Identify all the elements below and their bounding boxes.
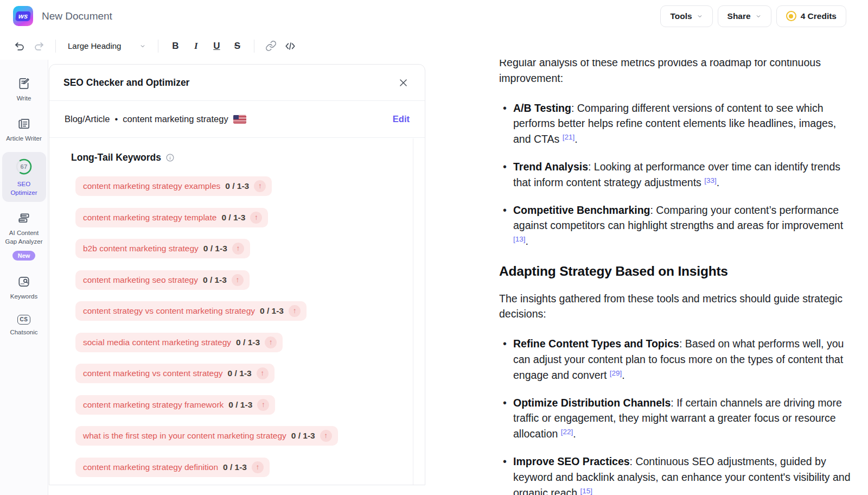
chevron-down-icon	[755, 13, 762, 20]
arrow-up-icon: ↑	[232, 274, 244, 286]
keyword-chip[interactable]: b2b content marketing strategy0 / 1-3↑	[75, 239, 250, 258]
bullet-marker: •	[503, 395, 507, 411]
arrow-up-icon: ↑	[257, 399, 269, 411]
new-badge: New	[12, 251, 36, 261]
doc-bullet-item: •Refine Content Types and Topics: Based …	[499, 336, 851, 383]
keyword-chip[interactable]: social media content marketing strategy0…	[75, 333, 283, 352]
seo-panel-header: SEO Checker and Optimizer	[49, 65, 425, 101]
editor-toolbar: Large Heading B I U S	[0, 32, 868, 60]
keyword-chip[interactable]: content marketing seo strategy0 / 1-3↑	[75, 270, 250, 290]
undo-icon	[14, 40, 25, 52]
credits-label: 4 Credits	[801, 11, 837, 21]
keyword-chip[interactable]: what is the first step in your content m…	[75, 426, 338, 446]
sidebar-item-article-writer[interactable]: Article Writer	[2, 112, 46, 148]
doc-bullet-item: •Optimize Distribution Channels: If cert…	[499, 395, 851, 442]
panel-scrollbar-track[interactable]	[413, 138, 413, 485]
document-title[interactable]: New Document	[42, 10, 112, 22]
keyword-chip[interactable]: content strategy vs content marketing st…	[75, 301, 307, 321]
doc-bullet-item: •Improve SEO Practices: Continuous SEO a…	[499, 454, 851, 495]
writesonic-logo[interactable]: ws	[13, 6, 33, 26]
close-button[interactable]	[395, 75, 411, 90]
keyword-chip[interactable]: content marketing strategy framework0 / …	[75, 395, 275, 415]
citation-link[interactable]: [15]	[580, 487, 593, 495]
code-button[interactable]	[282, 37, 299, 55]
keyword-chip-list: content marketing strategy examples0 / 1…	[75, 176, 425, 477]
coin-icon	[786, 11, 796, 21]
underline-button[interactable]: U	[207, 37, 226, 55]
link-icon	[265, 40, 277, 52]
keyword-text: content marketing strategy examples	[83, 181, 220, 191]
arrow-up-icon: ↑	[252, 461, 264, 473]
seo-panel-subheader: Blog/Article • content marketing strateg…	[49, 101, 425, 138]
doc-type-label: Blog/Article	[65, 114, 110, 124]
keyword-text: what is the first step in your content m…	[83, 431, 286, 441]
bold-button[interactable]: B	[166, 37, 184, 55]
chevron-down-icon	[697, 13, 703, 20]
bullet-bold-lead: Refine Content Types and Topics	[513, 338, 679, 350]
close-icon	[398, 78, 409, 88]
section-title: Long-Tail Keywords	[71, 152, 161, 163]
logo-ws-text: ws	[15, 11, 31, 21]
sidebar-item-keywords[interactable]: Keywords	[2, 270, 46, 306]
keyword-chip[interactable]: content marketing strategy template0 / 1…	[75, 208, 268, 227]
bullet-marker: •	[503, 159, 507, 175]
tools-button[interactable]: Tools	[660, 5, 712, 27]
share-button-label: Share	[727, 11, 751, 21]
keyword-usage-count: 0 / 1-3	[203, 275, 227, 285]
edit-link[interactable]: Edit	[393, 114, 410, 124]
bullet-marker: •	[503, 336, 507, 352]
citation-link[interactable]: [33]	[704, 176, 717, 185]
redo-button[interactable]	[30, 37, 48, 55]
sidebar-item-ai-content-gap-analyzer[interactable]: AI Content Gap Analyzer New	[2, 206, 46, 265]
text-style-value: Large Heading	[68, 41, 121, 50]
keyword-usage-count: 0 / 1-3	[260, 306, 284, 316]
arrow-up-icon: ↑	[232, 243, 244, 255]
credits-button[interactable]: 4 Credits	[776, 5, 846, 27]
keyword-usage-count: 0 / 1-3	[291, 431, 315, 441]
article-writer-icon	[17, 117, 31, 131]
info-icon[interactable]	[165, 153, 175, 162]
bullet-marker: •	[503, 454, 507, 469]
bullet-marker: •	[503, 100, 507, 116]
undo-button[interactable]	[11, 37, 28, 55]
seo-score-ring-icon: 67	[14, 157, 34, 176]
keywords-icon	[17, 275, 31, 289]
seo-checker-panel: SEO Checker and Optimizer Blog/Article •…	[49, 64, 425, 485]
italic-button[interactable]: I	[187, 37, 205, 55]
bullet-bold-lead: A/B Testing	[513, 102, 571, 114]
us-flag-icon	[233, 115, 246, 124]
doc-bullet-list: •A/B Testing: Comparing different versio…	[499, 100, 851, 249]
sidebar-item-seo-optimizer[interactable]: 67 SEO Optimizer	[2, 152, 46, 202]
citation-link[interactable]: [29]	[610, 369, 622, 377]
gap-analyzer-icon	[17, 211, 31, 225]
sidebar-item-write[interactable]: Write	[2, 72, 46, 107]
keyword-chip[interactable]: content marketing strategy definition0 /…	[75, 458, 270, 477]
keyword-usage-count: 0 / 1-3	[225, 181, 249, 191]
toolbar-divider	[254, 40, 254, 53]
keyword-usage-count: 0 / 1-3	[228, 400, 252, 410]
document-editor[interactable]: Regular analysis of these metrics provid…	[499, 60, 851, 495]
write-icon	[17, 77, 31, 91]
doc-bullet-item: •A/B Testing: Comparing different versio…	[499, 100, 851, 147]
keyword-chip[interactable]: content marketing vs content strategy0 /…	[75, 364, 275, 383]
keyword-text: content marketing seo strategy	[83, 275, 198, 285]
header-actions: Tools Share 4 Credits	[660, 5, 846, 27]
link-button[interactable]	[262, 37, 279, 55]
citation-link[interactable]: [22]	[561, 428, 573, 436]
long-tail-keywords-header: Long-Tail Keywords	[71, 152, 425, 163]
sidebar-item-label: AI Content Gap Analyzer	[5, 229, 43, 246]
doc-bullet-item: •Trend Analysis: Looking at performance …	[499, 159, 851, 191]
sidebar-item-chatsonic[interactable]: CS Chatsonic	[2, 310, 46, 341]
keyword-chip[interactable]: content marketing strategy examples0 / 1…	[75, 176, 272, 196]
sidebar-item-label: Article Writer	[6, 134, 42, 143]
share-button[interactable]: Share	[718, 5, 771, 27]
citation-link[interactable]: [13]	[513, 235, 526, 243]
keyword-text: content marketing vs content strategy	[83, 369, 223, 378]
keyword-text: b2b content marketing strategy	[83, 244, 199, 253]
citation-link[interactable]: [21]	[563, 133, 575, 141]
strikethrough-button[interactable]: S	[228, 37, 246, 55]
doc-bullet-list: •Refine Content Types and Topics: Based …	[499, 336, 851, 495]
arrow-up-icon: ↑	[257, 367, 269, 379]
sidebar-item-label: Keywords	[10, 292, 38, 301]
text-style-dropdown[interactable]: Large Heading	[63, 37, 150, 55]
